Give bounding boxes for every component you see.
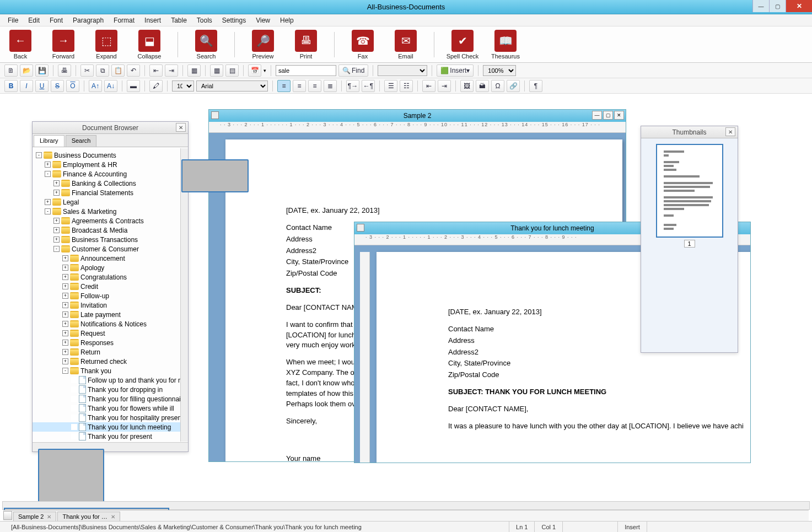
panel-close-button[interactable]: ✕ xyxy=(176,123,186,132)
undo-button[interactable]: ↶ xyxy=(127,65,140,77)
menu-paragraph[interactable]: Paragraph xyxy=(68,15,108,25)
search-input[interactable] xyxy=(276,65,336,76)
align-justify-button[interactable]: ≣ xyxy=(324,80,337,92)
tree-expander[interactable]: + xyxy=(62,330,68,336)
doc-min-button[interactable]: — xyxy=(592,111,602,120)
tab-search[interactable]: Search xyxy=(66,135,97,147)
tree-folder[interactable]: -Customer & Consumer xyxy=(33,244,180,254)
tree-folder[interactable]: +Banking & Collections xyxy=(33,179,180,188)
tree-expander[interactable]: - xyxy=(45,208,51,214)
tree-folder[interactable]: +Returned check xyxy=(33,357,180,366)
indent-button[interactable]: ⇥ xyxy=(165,65,178,77)
paste-button[interactable]: 📋 xyxy=(111,65,125,77)
date-button[interactable]: 📅 xyxy=(248,65,261,77)
bold-button[interactable]: B xyxy=(4,80,18,92)
tree-folder[interactable]: +Invitation xyxy=(33,300,180,310)
copy-button[interactable]: ⧉ xyxy=(96,65,109,77)
tree-folder[interactable]: +Late payment xyxy=(33,310,180,319)
thesaurus-button[interactable]: 📖Thesaurus xyxy=(491,30,520,60)
tree-folder[interactable]: +Return xyxy=(33,347,180,357)
ltr-button[interactable]: ¶→ xyxy=(346,80,359,92)
menu-settings[interactable]: Settings xyxy=(218,15,250,25)
tree-expander[interactable]: - xyxy=(36,152,42,158)
menu-edit[interactable]: Edit xyxy=(24,15,44,25)
tree-document[interactable]: Thank you for lunch meeting xyxy=(33,422,180,432)
tree-expander[interactable]: + xyxy=(62,255,68,261)
tree-folder[interactable]: +Broadcast & Media xyxy=(33,225,180,235)
tree-expander[interactable]: + xyxy=(53,227,60,233)
menu-format[interactable]: Format xyxy=(109,15,139,25)
tree-document[interactable]: Thank you for present xyxy=(33,432,180,441)
collapse-button[interactable]: ⬓Collapse xyxy=(135,30,164,60)
close-button[interactable] xyxy=(786,0,812,12)
panel-header[interactable]: Thumbnails ✕ xyxy=(641,126,738,138)
email-button[interactable]: ✉Email xyxy=(391,30,421,60)
doc-close-button[interactable]: ✕ xyxy=(614,111,624,120)
tab-close-icon[interactable]: ✕ xyxy=(111,514,115,520)
forward-button[interactable]: →Forward xyxy=(49,30,78,60)
panel-header[interactable]: Document Browser ✕ xyxy=(33,122,188,134)
zoom-select[interactable]: 100% xyxy=(483,65,516,76)
tree-folder[interactable]: +Apology xyxy=(33,263,180,272)
vertical-ruler[interactable] xyxy=(360,252,370,463)
tree-folder[interactable]: +Business Transactions xyxy=(33,235,180,244)
panel-close-button[interactable]: ✕ xyxy=(725,127,735,136)
style-select[interactable] xyxy=(378,65,427,76)
menu-file[interactable]: File xyxy=(3,15,23,25)
tree-document[interactable]: Thank you for hospitality presentation xyxy=(33,413,180,422)
tree-expander[interactable]: + xyxy=(53,190,60,196)
save-button[interactable]: 💾 xyxy=(35,65,49,77)
menu-font[interactable]: Font xyxy=(45,15,67,25)
workspace-hscrollbar[interactable] xyxy=(2,501,810,510)
tree-folder[interactable]: -Business Documents xyxy=(33,151,180,160)
minimize-button[interactable]: — xyxy=(752,0,769,12)
fax-button[interactable]: ☎Fax xyxy=(348,30,378,60)
print-button[interactable]: 🖶Print xyxy=(291,30,321,60)
tree-folder[interactable]: +Employment & HR xyxy=(33,160,180,169)
tree-folder[interactable]: -Sales & Marketing xyxy=(33,207,180,216)
tree-folder[interactable]: +Agreements & Contracts xyxy=(33,216,180,225)
tree-folder[interactable]: +Financial Statements xyxy=(33,188,180,197)
back-button[interactable]: ←Back xyxy=(6,30,35,60)
tree-expander[interactable]: + xyxy=(62,302,68,308)
tree-document[interactable]: Follow up to and thank you for meeting xyxy=(33,375,180,385)
tree-expander[interactable]: - xyxy=(45,171,51,177)
tree-expander[interactable]: + xyxy=(62,311,68,318)
thumbnail-page-number[interactable]: 1 xyxy=(684,240,695,248)
font-increase-button[interactable]: A↑ xyxy=(89,80,102,92)
rtl-button[interactable]: ←¶ xyxy=(362,80,375,92)
tree-expander[interactable]: + xyxy=(53,237,60,243)
tree-expander[interactable]: + xyxy=(62,293,68,299)
tree-expander[interactable]: + xyxy=(53,218,60,224)
tab-new-button[interactable] xyxy=(3,511,12,520)
tree-expander[interactable]: + xyxy=(62,321,68,327)
tree-expander[interactable]: + xyxy=(62,358,68,364)
table-insert-button[interactable]: ▦ xyxy=(210,65,223,77)
tree-expander[interactable]: + xyxy=(45,162,51,168)
table-props-button[interactable]: ▤ xyxy=(225,65,239,77)
tree-expander[interactable]: + xyxy=(62,283,68,289)
tree-folder[interactable]: -Thank you xyxy=(33,366,180,375)
tree-folder[interactable]: +Notifications & Notices xyxy=(33,319,180,329)
tree-expander[interactable]: + xyxy=(62,340,68,346)
fill-color-button[interactable]: ▬ xyxy=(127,80,140,92)
tab-close-icon[interactable]: ✕ xyxy=(47,514,51,520)
document-tree[interactable]: -Business Documents+Employment & HR-Fina… xyxy=(33,148,180,442)
font-size-select[interactable]: 10 xyxy=(172,80,194,92)
align-right-button[interactable]: ≡ xyxy=(308,80,321,92)
highlight-button[interactable]: 🖍 xyxy=(149,80,163,92)
doc-tab[interactable]: Sample 2✕ xyxy=(13,512,56,521)
hyperlink-button[interactable]: 🔗 xyxy=(507,80,520,92)
overline-button[interactable]: O xyxy=(66,80,79,92)
menu-insert[interactable]: Insert xyxy=(140,15,165,25)
tree-folder[interactable]: +Request xyxy=(33,329,180,338)
tab-library[interactable]: Library xyxy=(34,135,64,147)
tree-vscrollbar[interactable] xyxy=(180,148,188,442)
tree-document[interactable]: Thank you for flowers while ill xyxy=(33,404,180,413)
new-doc-button[interactable]: 🗎 xyxy=(4,65,18,77)
tree-folder[interactable]: -Finance & Accounting xyxy=(33,169,180,179)
menu-view[interactable]: View xyxy=(251,15,275,25)
font-decrease-button[interactable]: A↓ xyxy=(104,80,117,92)
image-button[interactable]: 🖼 xyxy=(460,80,474,92)
outdent-button[interactable]: ⇤ xyxy=(149,65,163,77)
